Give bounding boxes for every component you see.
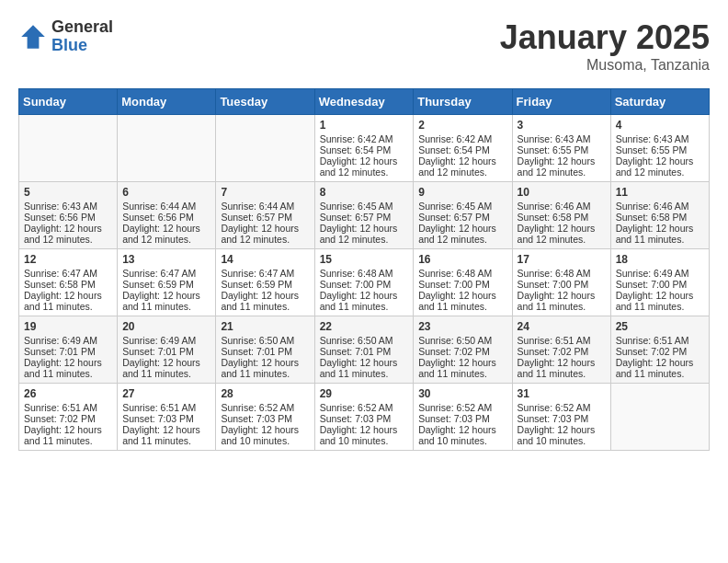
day-info-line: and 12 minutes. bbox=[221, 234, 309, 245]
logo-text: General Blue bbox=[51, 18, 113, 55]
day-info-line: Sunrise: 6:42 AM bbox=[320, 133, 409, 144]
day-info-line: Daylight: 12 hours bbox=[221, 290, 309, 301]
day-info-line: Sunset: 7:03 PM bbox=[221, 413, 309, 424]
day-number: 4 bbox=[616, 119, 704, 132]
day-number: 11 bbox=[616, 186, 704, 199]
day-info-line: and 12 minutes. bbox=[418, 234, 506, 245]
day-info-line: Sunset: 7:03 PM bbox=[122, 413, 210, 424]
weekday-header-tuesday: Tuesday bbox=[216, 89, 314, 115]
day-info-line: Sunrise: 6:42 AM bbox=[418, 133, 506, 144]
day-info-line: Sunset: 6:57 PM bbox=[418, 212, 506, 223]
day-info-line: Sunset: 7:03 PM bbox=[418, 413, 506, 424]
day-info-line: Sunset: 6:58 PM bbox=[518, 212, 606, 223]
day-number: 12 bbox=[24, 253, 112, 266]
day-info-line: Sunset: 6:54 PM bbox=[418, 144, 506, 155]
day-info-line: and 11 minutes. bbox=[221, 301, 309, 312]
day-info-line: Sunrise: 6:45 AM bbox=[320, 201, 409, 212]
calendar-cell: 17Sunrise: 6:48 AMSunset: 7:00 PMDayligh… bbox=[512, 249, 610, 316]
day-info-line: Sunrise: 6:48 AM bbox=[418, 268, 506, 279]
weekday-header-monday: Monday bbox=[118, 89, 216, 115]
calendar-cell bbox=[216, 115, 314, 182]
day-info-line: Sunset: 6:58 PM bbox=[616, 212, 704, 223]
calendar-cell: 29Sunrise: 6:52 AMSunset: 7:03 PMDayligh… bbox=[314, 384, 414, 451]
day-info-line: Sunset: 7:02 PM bbox=[418, 346, 506, 357]
calendar-cell: 22Sunrise: 6:50 AMSunset: 7:01 PMDayligh… bbox=[314, 316, 414, 384]
day-number: 22 bbox=[320, 320, 409, 333]
day-number: 16 bbox=[418, 253, 506, 266]
day-info-line: Daylight: 12 hours bbox=[122, 223, 210, 234]
calendar-week-row: 1Sunrise: 6:42 AMSunset: 6:54 PMDaylight… bbox=[19, 115, 710, 182]
calendar-week-row: 12Sunrise: 6:47 AMSunset: 6:58 PMDayligh… bbox=[19, 249, 710, 316]
day-info-line: Sunset: 7:00 PM bbox=[418, 279, 506, 290]
logo: General Blue bbox=[18, 18, 113, 55]
day-info-line: Sunset: 7:00 PM bbox=[320, 279, 409, 290]
day-number: 18 bbox=[616, 253, 704, 266]
day-info-line: Daylight: 12 hours bbox=[518, 155, 606, 167]
day-number: 28 bbox=[221, 387, 309, 400]
day-info-line: and 11 minutes. bbox=[122, 435, 210, 446]
day-number: 17 bbox=[518, 253, 606, 266]
day-number: 20 bbox=[122, 320, 210, 333]
day-info-line: Sunset: 7:01 PM bbox=[24, 346, 112, 357]
day-number: 24 bbox=[518, 320, 606, 333]
calendar-week-row: 5Sunrise: 6:43 AMSunset: 6:56 PMDaylight… bbox=[19, 182, 710, 249]
day-info-line: Sunset: 6:59 PM bbox=[122, 279, 210, 290]
day-info-line: Daylight: 12 hours bbox=[518, 357, 606, 368]
day-info-line: and 12 minutes. bbox=[122, 234, 210, 245]
day-info-line: Sunset: 7:02 PM bbox=[616, 346, 704, 357]
day-info-line: Sunset: 7:01 PM bbox=[122, 346, 210, 357]
day-info-line: Sunrise: 6:50 AM bbox=[320, 335, 409, 346]
day-info-line: and 11 minutes. bbox=[418, 301, 506, 312]
day-info-line: Daylight: 12 hours bbox=[122, 424, 210, 435]
day-info-line: Sunrise: 6:46 AM bbox=[616, 201, 704, 212]
day-info-line: Daylight: 12 hours bbox=[122, 357, 210, 368]
calendar-cell bbox=[610, 384, 709, 451]
day-info-line: Sunrise: 6:51 AM bbox=[616, 335, 704, 346]
day-info-line: Daylight: 12 hours bbox=[616, 155, 704, 167]
calendar-cell: 21Sunrise: 6:50 AMSunset: 7:01 PMDayligh… bbox=[216, 316, 314, 384]
day-info-line: Sunrise: 6:50 AM bbox=[221, 335, 309, 346]
day-info-line: Sunrise: 6:45 AM bbox=[418, 201, 506, 212]
day-number: 1 bbox=[320, 119, 409, 132]
day-info-line: Sunset: 7:02 PM bbox=[24, 413, 112, 424]
day-info-line: Sunset: 7:01 PM bbox=[320, 346, 409, 357]
day-info-line: Sunrise: 6:50 AM bbox=[418, 335, 506, 346]
day-number: 10 bbox=[518, 186, 606, 199]
calendar-cell: 20Sunrise: 6:49 AMSunset: 7:01 PMDayligh… bbox=[118, 316, 216, 384]
day-info-line: Sunrise: 6:52 AM bbox=[320, 402, 409, 413]
day-info-line: Sunrise: 6:52 AM bbox=[221, 402, 309, 413]
day-info-line: Daylight: 12 hours bbox=[418, 223, 506, 234]
calendar-cell: 31Sunrise: 6:52 AMSunset: 7:03 PMDayligh… bbox=[512, 384, 610, 451]
day-info-line: and 11 minutes. bbox=[418, 368, 506, 379]
page-header: General Blue January 2025 Musoma, Tanzan… bbox=[18, 18, 710, 74]
day-number: 25 bbox=[616, 320, 704, 333]
calendar-cell: 15Sunrise: 6:48 AMSunset: 7:00 PMDayligh… bbox=[314, 249, 414, 316]
day-number: 13 bbox=[122, 253, 210, 266]
day-info-line: Sunset: 6:55 PM bbox=[518, 144, 606, 155]
calendar-cell: 26Sunrise: 6:51 AMSunset: 7:02 PMDayligh… bbox=[19, 384, 118, 451]
day-number: 3 bbox=[518, 119, 606, 132]
day-info-line: Daylight: 12 hours bbox=[616, 357, 704, 368]
day-info-line: and 10 minutes. bbox=[418, 435, 506, 446]
day-number: 30 bbox=[418, 387, 506, 400]
day-info-line: Sunset: 7:00 PM bbox=[616, 279, 704, 290]
day-info-line: and 11 minutes. bbox=[24, 435, 112, 446]
weekday-header-saturday: Saturday bbox=[610, 89, 709, 115]
day-info-line: Daylight: 12 hours bbox=[616, 223, 704, 234]
day-number: 14 bbox=[221, 253, 309, 266]
day-info-line: and 12 minutes. bbox=[418, 167, 506, 178]
logo-blue-text: Blue bbox=[51, 37, 113, 55]
day-number: 29 bbox=[320, 387, 409, 400]
day-number: 23 bbox=[418, 320, 506, 333]
day-number: 2 bbox=[418, 119, 506, 132]
day-info-line: and 11 minutes. bbox=[122, 301, 210, 312]
day-info-line: and 12 minutes. bbox=[616, 167, 704, 178]
day-number: 9 bbox=[418, 186, 506, 199]
day-info-line: Daylight: 12 hours bbox=[518, 424, 606, 435]
day-info-line: and 11 minutes. bbox=[221, 368, 309, 379]
day-info-line: Sunset: 6:57 PM bbox=[221, 212, 309, 223]
day-info-line: Sunrise: 6:43 AM bbox=[518, 133, 606, 144]
day-info-line: and 11 minutes. bbox=[122, 368, 210, 379]
calendar-cell: 9Sunrise: 6:45 AMSunset: 6:57 PMDaylight… bbox=[414, 182, 512, 249]
day-info-line: and 12 minutes. bbox=[518, 167, 606, 178]
